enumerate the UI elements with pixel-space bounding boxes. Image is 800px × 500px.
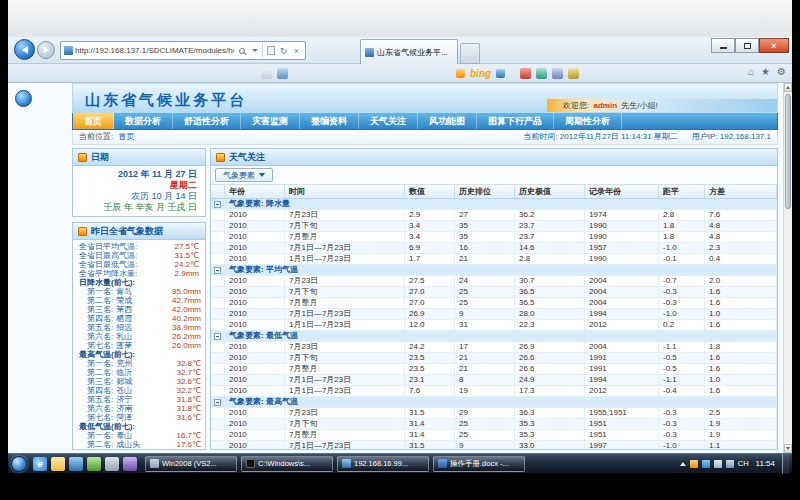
- table-group-row[interactable]: 气象要素: 平均气温: [211, 265, 777, 276]
- table-row[interactable]: 20101月1日—7月23日12.03122.320120.21.6: [211, 320, 777, 331]
- element-filter-button[interactable]: 气象要素: [215, 168, 273, 182]
- table-row[interactable]: 20107月23日2.92736.219742.87.6: [211, 210, 777, 221]
- column-header-8[interactable]: 方差: [705, 185, 777, 198]
- browser-back-button[interactable]: [14, 39, 35, 60]
- show-desktop-button[interactable]: [782, 454, 789, 474]
- table-row[interactable]: 20107月23日31.52936.31955,1951-0.32.5: [211, 408, 777, 419]
- taskbar-explorer-icon[interactable]: [51, 457, 65, 471]
- menu-item-2[interactable]: 数据分析: [114, 113, 173, 129]
- menu-item-9[interactable]: 周期性分析: [554, 113, 622, 129]
- table-row[interactable]: 20107月下旬27.02536.52004-0.31.6: [211, 287, 777, 298]
- scroll-down-button[interactable]: [784, 444, 792, 453]
- volume-icon[interactable]: [726, 460, 734, 468]
- taskbar-ie-icon[interactable]: e: [33, 457, 47, 471]
- table-row[interactable]: 20107月23日27.52430.72004-0.72.0: [211, 276, 777, 287]
- table-row[interactable]: 20107月下旬3.43523.719901.84.8: [211, 221, 777, 232]
- browser-forward-button[interactable]: [37, 41, 55, 59]
- table-group-row[interactable]: 气象要素: 最低气温: [211, 331, 777, 342]
- menu-item-8[interactable]: 图算下行产品: [477, 113, 554, 129]
- table-group-row[interactable]: 气象要素: 降水量: [211, 199, 777, 210]
- collapse-icon[interactable]: [214, 201, 221, 208]
- stop-icon[interactable]: ×: [291, 43, 302, 58]
- column-header-6[interactable]: 记录年份: [585, 185, 659, 198]
- favorite-icon-blue[interactable]: [552, 68, 563, 79]
- favorite-icon-red[interactable]: [520, 68, 531, 79]
- table-row[interactable]: 20107月整月27.02536.52004-0.31.6: [211, 298, 777, 309]
- table-row[interactable]: 20107月1日—7月23日6.91614.61957-1.02.3: [211, 243, 777, 254]
- menu-item-3[interactable]: 舒适性分析: [173, 113, 241, 129]
- table-row[interactable]: 20107月整月31.42535.31951-0.31.9: [211, 430, 777, 441]
- collapse-icon[interactable]: [214, 333, 221, 340]
- address-url[interactable]: http://192.168.137.1/SDCLIMATE/modules/h…: [75, 46, 234, 55]
- language-indicator[interactable]: CH: [738, 459, 749, 468]
- column-header-3[interactable]: 数值: [405, 185, 455, 198]
- scrollbar-thumb[interactable]: [785, 94, 791, 209]
- taskbar-button-2[interactable]: C:\Windows\s...: [241, 456, 333, 472]
- taskbar-app-icon-2[interactable]: [105, 457, 119, 471]
- compatibility-view-icon[interactable]: [265, 43, 276, 58]
- taskbar-button-1[interactable]: Win2008 (VS2...: [145, 456, 237, 472]
- page-float-badge-icon[interactable]: [15, 90, 32, 107]
- table-row[interactable]: 20107月整月3.43523.719901.84.8: [211, 232, 777, 243]
- address-dropdown-icon[interactable]: [249, 43, 260, 58]
- taskbar-button-4[interactable]: 操作手册.docx -...: [433, 456, 525, 472]
- taskbar-media-player-icon[interactable]: [69, 457, 83, 471]
- taskbar-clock[interactable]: 11:54: [753, 459, 778, 468]
- table-cell: 1991: [585, 353, 659, 363]
- address-bar[interactable]: http://192.168.137.1/SDCLIMATE/modules/h…: [60, 41, 306, 60]
- breadcrumb-current[interactable]: 首页: [118, 132, 134, 141]
- scroll-up-button[interactable]: [784, 83, 792, 92]
- favorite-icon-teal[interactable]: [536, 68, 547, 79]
- taskbar-app-icon-3[interactable]: [123, 457, 137, 471]
- collapse-icon[interactable]: [214, 267, 221, 274]
- table-row[interactable]: 20107月整月23.52126.61991-0.51.6: [211, 364, 777, 375]
- network-icon[interactable]: [714, 460, 722, 468]
- table-row[interactable]: 20107月1日—7月23日31.5933.01997-1.01.1: [211, 441, 777, 449]
- menu-item-4[interactable]: 灾害监测: [241, 113, 300, 129]
- browser-tab[interactable]: 山东省气候业务平...: [360, 39, 458, 64]
- rank-number: 第五名:: [87, 323, 113, 332]
- favorite-page-icon[interactable]: [277, 68, 288, 79]
- table-row[interactable]: 20107月1日—7月23日23.1824.91994-1.11.0: [211, 375, 777, 386]
- new-tab-button[interactable]: [460, 43, 480, 64]
- taskbar-button-3[interactable]: 192.168.16.99...: [337, 456, 429, 472]
- search-icon[interactable]: [236, 43, 247, 58]
- page-scrollbar[interactable]: [783, 83, 792, 453]
- stat-label: 全省日最低气温:: [79, 260, 137, 269]
- column-header-1[interactable]: 年份: [225, 185, 285, 198]
- table-row[interactable]: 20107月1日—7月23日26.9928.01994-1.01.0: [211, 309, 777, 320]
- menu-item-6[interactable]: 天气关注: [359, 113, 418, 129]
- maximize-button[interactable]: [735, 38, 759, 53]
- column-header-2[interactable]: 时间: [285, 185, 405, 198]
- column-header-5[interactable]: 历史极值: [515, 185, 585, 198]
- close-button[interactable]: ×: [759, 38, 789, 53]
- taskbar-app-icon-1[interactable]: [87, 457, 101, 471]
- tools-gear-icon[interactable]: ⚙: [777, 66, 786, 77]
- table-row[interactable]: 20107月23日24.21726.92004-1.11.8: [211, 342, 777, 353]
- mail-icon[interactable]: [261, 68, 272, 79]
- bing-logo[interactable]: bing: [456, 68, 505, 79]
- table-row[interactable]: 20107月下旬31.42535.31951-0.31.9: [211, 419, 777, 430]
- start-button[interactable]: [11, 456, 27, 472]
- favorites-star-icon[interactable]: ★: [761, 66, 770, 77]
- collapse-icon[interactable]: [214, 399, 221, 406]
- column-header-4[interactable]: 历史排位: [455, 185, 515, 198]
- table-row[interactable]: 20107月下旬23.52126.61991-0.51.6: [211, 353, 777, 364]
- menu-item-5[interactable]: 整编资料: [300, 113, 359, 129]
- column-header-7[interactable]: 距平: [659, 185, 705, 198]
- station-value: 40.2mm: [172, 314, 201, 323]
- minimize-button[interactable]: [711, 38, 735, 53]
- action-center-icon[interactable]: [702, 460, 710, 468]
- home-icon[interactable]: ⌂: [748, 66, 754, 77]
- menu-item-7[interactable]: 风功能图: [418, 113, 477, 129]
- show-hidden-icons-button[interactable]: [680, 462, 686, 466]
- tray-app-icon[interactable]: [690, 460, 698, 468]
- menu-item-1[interactable]: 首页: [73, 113, 114, 129]
- refresh-icon[interactable]: ↻: [278, 43, 289, 58]
- table-row[interactable]: 20101月1日—7月23日7.61917.32012-0.41.6: [211, 386, 777, 397]
- table-group-row[interactable]: 气象要素: 最高气温: [211, 397, 777, 408]
- table-row[interactable]: 20101月1日—7月23日1.7212.81990-0.10.4: [211, 254, 777, 265]
- favorite-icon-gold[interactable]: [568, 68, 579, 79]
- table-cell: 2010: [225, 243, 285, 253]
- calendar-icon: [78, 153, 87, 162]
